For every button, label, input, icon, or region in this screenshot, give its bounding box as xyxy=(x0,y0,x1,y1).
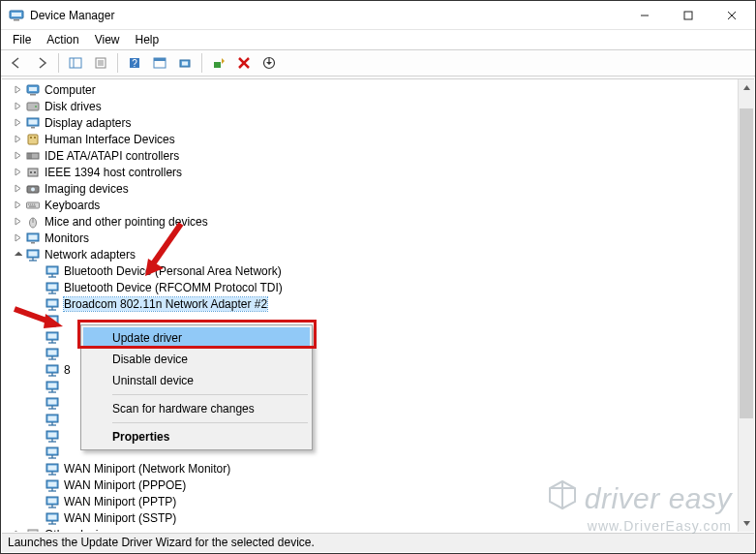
tree-category[interactable]: Display adapters xyxy=(2,114,738,131)
expand-icon[interactable] xyxy=(10,231,25,246)
svg-rect-87 xyxy=(48,383,57,387)
action-button[interactable] xyxy=(148,52,171,74)
svg-rect-75 xyxy=(48,333,57,338)
svg-text:?: ? xyxy=(30,531,35,533)
expand-icon[interactable] xyxy=(10,165,25,180)
expander-placeholder xyxy=(29,313,45,328)
menu-file[interactable]: File xyxy=(5,31,39,48)
tree-device[interactable]: WAN Miniport (Network Monitor) xyxy=(2,460,738,477)
scan-hardware-button[interactable] xyxy=(173,52,197,74)
svg-rect-44 xyxy=(28,203,29,204)
expander-placeholder xyxy=(29,346,45,361)
tree-category[interactable]: ?Other devices xyxy=(2,526,738,532)
svg-rect-119 xyxy=(48,514,57,519)
tree-category[interactable]: Network adapters xyxy=(2,246,738,262)
expand-icon[interactable] xyxy=(10,99,25,114)
tree-category[interactable]: Monitors xyxy=(2,230,738,246)
close-button[interactable] xyxy=(710,1,753,29)
tree-device[interactable]: Broadcom 802.11n Network Adapter #2 xyxy=(2,295,738,312)
expander-placeholder xyxy=(29,461,45,477)
disk-icon xyxy=(25,99,41,114)
disable-button[interactable] xyxy=(257,52,281,74)
expand-icon[interactable] xyxy=(10,132,25,147)
network-icon xyxy=(45,263,60,279)
svg-rect-95 xyxy=(48,416,57,420)
tree-category[interactable]: IDE ATA/ATAPI controllers xyxy=(2,147,738,164)
tree-category[interactable]: Disk drives xyxy=(2,98,738,114)
imaging-icon xyxy=(25,181,41,197)
tree-category[interactable]: IEEE 1394 host controllers xyxy=(2,164,738,180)
mouse-icon xyxy=(25,214,41,230)
svg-rect-91 xyxy=(48,399,57,404)
tree-item-label: Display adapters xyxy=(45,116,131,130)
tree-device[interactable]: WAN Miniport (SSTP) xyxy=(2,509,738,526)
ctx-properties[interactable]: Properties xyxy=(83,426,310,447)
expand-icon[interactable] xyxy=(10,82,25,98)
tree-item-label: Computer xyxy=(45,83,96,97)
svg-rect-2 xyxy=(14,19,19,21)
computer-icon xyxy=(25,82,41,98)
svg-rect-1 xyxy=(12,13,21,16)
tree-device[interactable]: WAN Miniport (PPTP) xyxy=(2,493,738,509)
uninstall-button[interactable] xyxy=(232,52,256,74)
expander-placeholder xyxy=(29,477,45,493)
other-icon: ? xyxy=(25,527,41,533)
expand-icon[interactable] xyxy=(10,214,25,230)
svg-rect-103 xyxy=(48,448,57,453)
tree-item-label: Mice and other pointing devices xyxy=(45,215,208,229)
svg-marker-124 xyxy=(743,85,750,90)
forward-button[interactable] xyxy=(30,52,53,74)
device-tree[interactable]: ComputerDisk drivesDisplay adaptersHuman… xyxy=(2,79,738,532)
expander-placeholder xyxy=(29,329,45,345)
scroll-down-button[interactable] xyxy=(739,515,754,532)
tree-item-label: Network adapters xyxy=(45,248,136,262)
tree-item-label: Disk drives xyxy=(45,100,102,113)
tree-item-label: Bluetooth Device (RFCOMM Protocol TDI) xyxy=(64,281,283,294)
tree-category[interactable]: Keyboards xyxy=(2,197,738,213)
svg-text:?: ? xyxy=(132,58,137,69)
network-icon xyxy=(45,395,60,411)
menu-action[interactable]: Action xyxy=(39,31,86,48)
tree-device[interactable]: Bluetooth Device (Personal Area Network) xyxy=(2,262,738,279)
ctx-separator xyxy=(112,422,308,423)
expand-icon[interactable] xyxy=(10,148,25,164)
expander-placeholder xyxy=(29,494,45,509)
expand-icon[interactable] xyxy=(10,527,25,533)
ieee-icon xyxy=(25,165,41,180)
window-title: Device Manager xyxy=(30,9,622,22)
tree-category[interactable]: Computer xyxy=(2,81,738,98)
tree-category[interactable]: Imaging devices xyxy=(2,180,738,197)
svg-rect-46 xyxy=(32,203,33,204)
maximize-button[interactable] xyxy=(666,1,710,29)
minimize-button[interactable] xyxy=(622,1,666,29)
scroll-up-button[interactable] xyxy=(739,79,754,96)
tree-device[interactable]: WAN Miniport (PPPOE) xyxy=(2,477,738,493)
expand-icon[interactable] xyxy=(10,115,25,131)
tree-category[interactable]: Human Interface Devices xyxy=(2,131,738,147)
tree-device[interactable]: Bluetooth Device (RFCOMM Protocol TDI) xyxy=(2,279,738,295)
network-icon xyxy=(45,494,60,509)
menu-view[interactable]: View xyxy=(87,31,128,48)
tree-category[interactable]: Mice and other pointing devices xyxy=(2,213,738,230)
menu-help[interactable]: Help xyxy=(128,31,167,48)
ctx-disable-device[interactable]: Disable device xyxy=(83,349,310,370)
network-icon xyxy=(45,329,60,345)
scroll-thumb[interactable] xyxy=(740,108,753,418)
back-button[interactable] xyxy=(5,52,28,74)
status-text: Launches the Update Driver Wizard for th… xyxy=(8,536,315,549)
properties-button[interactable] xyxy=(89,52,112,74)
expand-icon[interactable] xyxy=(10,198,25,213)
update-driver-button[interactable] xyxy=(207,52,230,74)
expand-icon[interactable] xyxy=(10,181,25,197)
ctx-update-driver[interactable]: Update driver xyxy=(83,327,310,349)
ctx-scan-hardware[interactable]: Scan for hardware changes xyxy=(83,398,310,419)
network-icon xyxy=(45,280,60,295)
help-button[interactable]: ? xyxy=(123,52,146,74)
expander-placeholder xyxy=(29,510,45,526)
show-hide-tree-button[interactable] xyxy=(64,52,87,74)
vertical-scrollbar[interactable] xyxy=(738,79,754,532)
svg-rect-53 xyxy=(31,242,35,244)
ctx-uninstall-device[interactable]: Uninstall device xyxy=(83,370,310,391)
tree-item-label: Other devices xyxy=(45,528,116,533)
collapse-icon[interactable] xyxy=(10,247,25,262)
